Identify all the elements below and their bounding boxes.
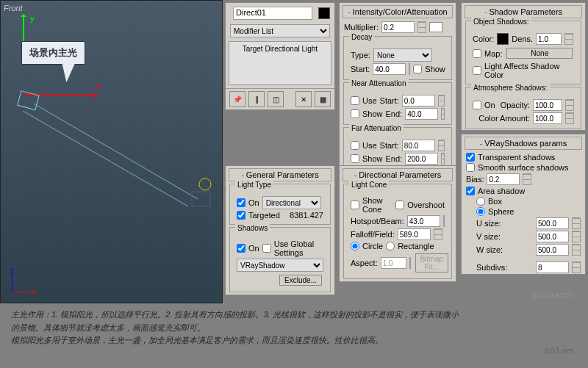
global-settings-label: Use Global Settings [274,239,323,257]
box-radio[interactable] [476,197,485,206]
sphere-radio[interactable] [476,207,485,216]
bias-field[interactable] [487,173,520,185]
decay-type-select[interactable]: None [373,48,432,62]
near-use-label: Use [362,96,377,105]
shadow-map-checkbox[interactable] [473,49,481,58]
near-show-checkbox[interactable] [351,109,359,118]
decay-show-checkbox[interactable] [413,65,422,73]
shadows-on-checkbox[interactable] [237,244,245,253]
decay-start-field[interactable] [373,63,406,75]
shadow-color-swatch[interactable] [497,33,509,45]
w-size-spinner[interactable] [572,244,581,256]
site-watermark: jb51.net [545,346,573,355]
remove-modifier-icon[interactable]: ✕ [295,91,312,107]
overshoot-checkbox[interactable] [395,201,404,209]
far-show-checkbox[interactable] [351,154,359,163]
panel-directional: - Directional Parameters Light Cone Show… [339,165,456,282]
atm-on-checkbox[interactable] [473,101,481,109]
modifier-list[interactable]: Modifier List [230,24,330,37]
color-amount-field[interactable] [533,112,562,124]
transparent-shadows-checkbox[interactable] [466,153,475,162]
density-spinner[interactable] [564,33,573,45]
smooth-surface-checkbox[interactable] [466,163,475,172]
near-end-label: End: [386,109,403,118]
hotspot-spinner[interactable] [443,215,445,227]
multiplier-field[interactable] [381,21,415,33]
subdivs-spinner[interactable] [572,261,581,273]
svg-line-2 [23,111,188,206]
light-type-select[interactable]: Directional [262,196,321,209]
v-size-spinner[interactable] [572,231,581,242]
sphere-label: Sphere [488,207,514,216]
near-end-spinner[interactable] [441,108,445,120]
u-size-spinner[interactable] [572,217,581,229]
light-color-swatch[interactable] [429,22,442,32]
light-affects-shadow-checkbox[interactable] [473,66,481,75]
near-start-field[interactable] [402,95,435,107]
configure-sets-icon[interactable]: ▦ [315,91,331,107]
svg-rect-3 [192,192,210,206]
falloff-field[interactable] [398,228,431,240]
far-end-spinner[interactable] [441,153,445,165]
far-end-field[interactable] [405,153,438,165]
pin-stack-icon[interactable]: 📌 [229,91,245,107]
targeted-checkbox[interactable] [237,211,245,220]
panel-general-parameters: - General Parameters Light Type On Direc… [225,165,335,295]
far-use-label: Use [362,141,377,150]
transparent-shadows-label: Transparent shadows [478,153,555,162]
far-start-field[interactable] [402,140,435,151]
svg-line-1 [34,104,198,199]
viewport[interactable]: Front y x 场景内主光 x z [0,0,223,303]
far-start-label: Start: [380,141,399,150]
w-size-field[interactable] [536,244,569,256]
make-unique-icon[interactable]: ◫ [268,91,284,107]
far-use-checkbox[interactable] [351,141,359,150]
hotspot-field[interactable] [407,215,440,227]
bias-spinner[interactable] [523,173,531,185]
near-start-spinner[interactable] [438,95,445,107]
near-start-label: Start: [380,96,399,105]
atm-on-label: On [484,101,495,109]
subdivs-field[interactable] [536,261,569,273]
u-size-field[interactable] [536,217,569,229]
far-atten-title: Far Attenuation [349,124,404,132]
near-end-field[interactable] [405,108,438,120]
exclude-button[interactable]: Exclude... [279,275,322,286]
opacity-spinner[interactable] [565,99,574,111]
falloff-label: Falloff/Field: [351,230,395,239]
color-amount-spinner[interactable] [565,112,574,124]
opacity-field[interactable] [533,99,562,111]
hotspot-label: Hotspot/Beam: [351,217,404,226]
v-size-field[interactable] [536,231,569,242]
show-cone-checkbox[interactable] [351,201,359,209]
global-settings-checkbox[interactable] [262,244,271,253]
object-color-swatch[interactable] [318,7,330,19]
bitmap-fit-button: Bitmap Fit... [415,253,448,273]
near-use-checkbox[interactable] [351,96,359,105]
gizmo-z-label: z [10,266,14,275]
callout-main-light: 场景内主光 [21,41,85,65]
bias-label: Bias: [466,175,484,184]
panel-intensity: - Intensity/Color/Attenuation Multiplier… [339,2,456,173]
light-type-title: Light Type [235,181,273,189]
multiplier-spinner[interactable] [417,21,426,33]
rectangle-radio[interactable] [386,242,395,250]
decay-start-spinner[interactable] [409,63,410,75]
modifier-stack[interactable]: Target Directional Light [229,41,331,85]
light-on-checkbox[interactable] [237,198,245,207]
light-geometry[interactable] [15,89,221,221]
area-shadow-checkbox[interactable] [466,187,475,195]
show-end-result-icon[interactable]: ‖ [248,91,265,107]
near-atten-title: Near Attenuation [349,79,409,87]
shadow-type-select[interactable]: VRayShadow [237,259,323,272]
box-label: Box [488,197,502,206]
falloff-spinner[interactable] [434,228,442,240]
far-start-spinner[interactable] [438,140,445,151]
circle-radio[interactable] [351,242,359,250]
area-shadow-label: Area shadow [478,187,525,195]
directional-title: Directional Parameters [359,170,441,179]
object-name-field[interactable]: Direct01 [233,7,312,20]
density-field[interactable] [536,33,562,45]
map-none-button[interactable]: None [506,48,573,59]
subdivs-label: Subdivs: [476,263,507,272]
